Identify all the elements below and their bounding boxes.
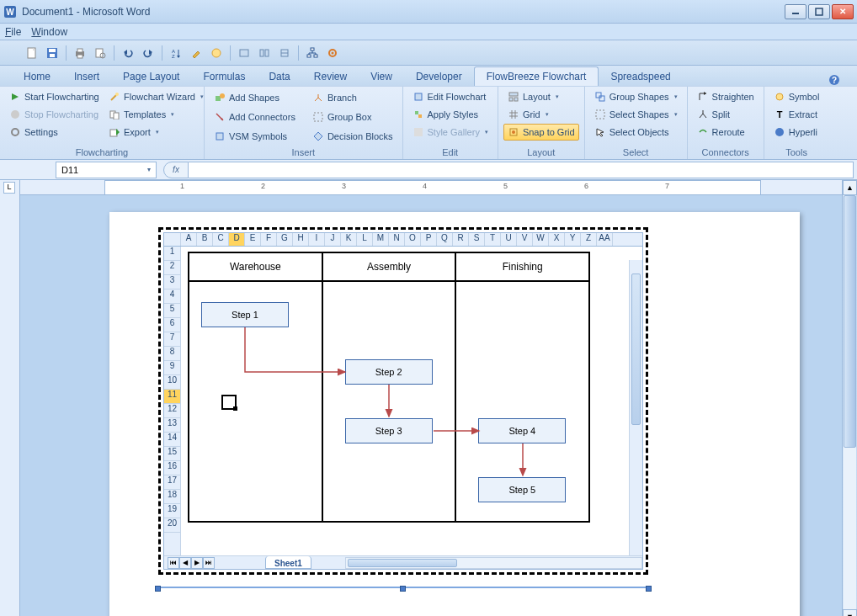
- maximize-button[interactable]: [808, 4, 830, 19]
- close-button[interactable]: ✕: [832, 4, 854, 19]
- embed-vertical-scrollbar[interactable]: [629, 260, 642, 555]
- embed-horizontal-scrollbar[interactable]: [345, 557, 642, 569]
- column-header[interactable]: N: [389, 233, 405, 246]
- style-gallery-button[interactable]: Style Gallery▾: [408, 124, 492, 141]
- tab-home[interactable]: Home: [12, 67, 62, 86]
- row-header[interactable]: 20: [164, 518, 180, 533]
- row-header[interactable]: 8: [164, 347, 180, 361]
- resize-handle[interactable]: [155, 586, 161, 592]
- column-header[interactable]: F: [261, 233, 277, 246]
- column-header[interactable]: Q: [437, 233, 453, 246]
- column-header[interactable]: E: [245, 233, 261, 246]
- tab-developer[interactable]: Developer: [404, 67, 474, 86]
- column-header[interactable]: I: [309, 233, 325, 246]
- split-button[interactable]: Split: [693, 106, 759, 123]
- reroute-button[interactable]: Reroute: [693, 124, 759, 141]
- add-connectors-button[interactable]: Add Connectors: [210, 108, 300, 126]
- tab-data[interactable]: Data: [257, 67, 301, 86]
- tool-icon-2[interactable]: [208, 45, 225, 61]
- tab-spreadspeed[interactable]: Spreadspeed: [599, 67, 682, 86]
- row-header[interactable]: 18: [164, 490, 180, 504]
- row-header[interactable]: 15: [164, 447, 180, 461]
- grid-button[interactable]: Grid▾: [503, 106, 579, 123]
- step-4-box[interactable]: Step 4: [478, 418, 566, 443]
- gear-icon[interactable]: [324, 45, 341, 61]
- resize-handle[interactable]: [400, 586, 406, 592]
- column-header[interactable]: M: [373, 233, 389, 246]
- layout-button[interactable]: Layout▾: [503, 88, 579, 105]
- help-icon[interactable]: ?: [823, 74, 845, 86]
- row-header[interactable]: 1: [164, 247, 180, 261]
- tab-flowbreeze[interactable]: FlowBreeze Flowchart: [474, 66, 599, 86]
- step-1-box[interactable]: Step 1: [201, 302, 289, 327]
- minimize-button[interactable]: [785, 4, 806, 19]
- column-header[interactable]: O: [405, 233, 421, 246]
- hierarchy-icon[interactable]: [304, 45, 321, 61]
- step-2-box[interactable]: Step 2: [345, 359, 433, 385]
- step-5-box[interactable]: Step 5: [478, 477, 566, 502]
- select-objects-button[interactable]: Select Objects: [590, 124, 682, 141]
- row-header[interactable]: 19: [164, 504, 180, 518]
- scroll-down-icon[interactable]: ▼: [843, 609, 857, 616]
- embedded-spreadsheet[interactable]: ABCDEFGHIJKLMNOPQRSTUVWXYZAA 12345678910…: [158, 227, 648, 575]
- resize-handle[interactable]: [646, 586, 652, 592]
- row-header[interactable]: 3: [164, 275, 180, 289]
- sheet-tab[interactable]: Sheet1: [265, 556, 311, 569]
- undo-icon[interactable]: [120, 45, 136, 61]
- spreadsheet-canvas[interactable]: Warehouse Assembly Finishing Step 1: [181, 247, 642, 569]
- row-header[interactable]: 7: [164, 332, 180, 347]
- symbol-button[interactable]: Symbol: [769, 88, 824, 105]
- sheet-nav-prev[interactable]: ◀: [179, 557, 191, 569]
- tool-icon-4[interactable]: [256, 45, 273, 61]
- vertical-scrollbar[interactable]: ▲ ▼ ●: [842, 180, 857, 616]
- flowchart-wizard-button[interactable]: Flowchart Wizard▾: [104, 88, 208, 105]
- column-header[interactable]: H: [293, 233, 309, 246]
- row-header[interactable]: 17: [164, 475, 180, 490]
- row-header[interactable]: 14: [164, 433, 180, 447]
- export-button[interactable]: Export▾: [104, 124, 208, 141]
- column-header[interactable]: C: [213, 233, 229, 246]
- tab-review[interactable]: Review: [302, 67, 359, 86]
- hyperlink-button[interactable]: Hyperli: [769, 124, 824, 141]
- row-header[interactable]: 4: [164, 289, 180, 304]
- select-shapes-button[interactable]: Select Shapes▾: [590, 106, 682, 123]
- tab-view[interactable]: View: [359, 67, 404, 86]
- column-header[interactable]: S: [469, 233, 485, 246]
- extract-button[interactable]: TExtract: [769, 106, 824, 123]
- menu-window[interactable]: Window: [31, 26, 67, 38]
- tool-icon-3[interactable]: [236, 45, 253, 61]
- straighten-button[interactable]: Straighten: [693, 88, 759, 105]
- scroll-up-icon[interactable]: ▲: [843, 180, 857, 195]
- new-doc-icon[interactable]: [24, 45, 40, 61]
- column-header[interactable]: W: [533, 233, 549, 246]
- column-header[interactable]: X: [549, 233, 565, 246]
- step-3-box[interactable]: Step 3: [345, 418, 433, 443]
- column-header[interactable]: V: [517, 233, 533, 246]
- select-all-corner[interactable]: [164, 233, 181, 246]
- tab-page-layout[interactable]: Page Layout: [111, 67, 191, 86]
- branch-button[interactable]: Branch: [308, 88, 397, 107]
- column-header[interactable]: U: [501, 233, 517, 246]
- sheet-nav-next[interactable]: ▶: [191, 557, 203, 569]
- edit-flowchart-button[interactable]: Edit Flowchart: [408, 88, 492, 105]
- row-header[interactable]: 9: [164, 361, 180, 375]
- column-header[interactable]: R: [453, 233, 469, 246]
- vsm-symbols-button[interactable]: VSM Symbols: [210, 127, 300, 146]
- print-preview-icon[interactable]: [92, 45, 109, 61]
- row-header[interactable]: 10: [164, 375, 180, 390]
- print-icon[interactable]: [72, 45, 88, 61]
- sheet-nav-first[interactable]: ⏮: [168, 557, 179, 569]
- apply-styles-button[interactable]: Apply Styles: [408, 106, 492, 123]
- group-shapes-button[interactable]: Group Shapes▾: [590, 88, 682, 105]
- row-header[interactable]: 11: [164, 390, 180, 404]
- column-header[interactable]: Z: [581, 233, 597, 246]
- tab-insert[interactable]: Insert: [62, 67, 111, 86]
- row-header[interactable]: 5: [164, 304, 180, 318]
- column-header[interactable]: L: [357, 233, 373, 246]
- sheet-nav-last[interactable]: ⏭: [203, 557, 215, 569]
- row-header[interactable]: 2: [164, 261, 180, 275]
- row-header[interactable]: 12: [164, 404, 180, 418]
- row-header[interactable]: 16: [164, 461, 180, 475]
- tool-icon-1[interactable]: [188, 45, 205, 61]
- decision-blocks-button[interactable]: Decision Blocks: [308, 127, 397, 146]
